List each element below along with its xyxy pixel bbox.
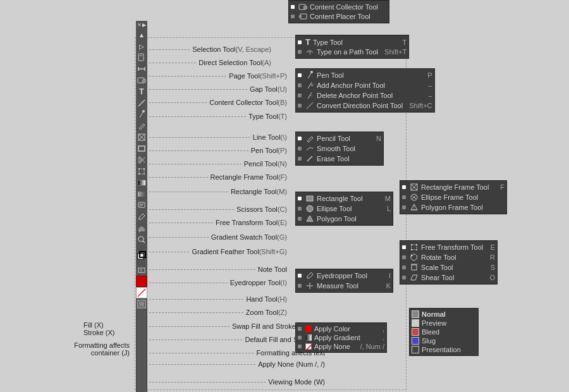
- content-collector-flyout-item2[interactable]: Content Placer Tool: [310, 13, 370, 20]
- apply-none-flyout-item[interactable]: Apply None: [314, 343, 350, 350]
- eyedropper-flyout-item1[interactable]: Eyedropper Tool: [317, 272, 367, 279]
- note-tool-item[interactable]: Note Tool: [148, 263, 287, 276]
- pen-flyout-item1[interactable]: Pen Tool: [317, 71, 344, 79]
- pen-tool-item[interactable]: Pen Tool (P): [148, 144, 287, 157]
- view-normal-item[interactable]: Normal: [422, 310, 446, 318]
- scissors-tool-btn[interactable]: [136, 154, 147, 166]
- hand-tool-btn[interactable]: [136, 223, 147, 234]
- toolbar-expand-icon[interactable]: ▶: [142, 22, 146, 28]
- type-flyout-item2[interactable]: Type on a Path Tool: [317, 48, 378, 56]
- rect-flyout-item3[interactable]: Polygon Tool: [317, 215, 357, 223]
- view-slug-item[interactable]: Slug: [422, 337, 436, 345]
- pen-tool-label: Pen Tool: [251, 147, 278, 154]
- apply-gradient-item[interactable]: Apply Gradient: [314, 334, 360, 341]
- line-tool-item[interactable]: Line Tool (\): [148, 131, 287, 144]
- rect-frame-flyout: Rectangle Frame Tool F Ellipse Frame Too…: [400, 180, 507, 214]
- svg-point-6: [142, 79, 146, 83]
- rectangle-tool-btn[interactable]: [136, 143, 147, 154]
- type-flyout-item1[interactable]: Type Tool: [313, 39, 343, 46]
- hand-tool-item[interactable]: Hand Tool (H): [148, 293, 287, 305]
- viewing-mode-item[interactable]: Viewing Mode (W): [148, 376, 325, 388]
- free-transform-flyout-item3[interactable]: Scale Tool: [421, 264, 453, 271]
- pen-flyout-item3[interactable]: Delete Anchor Point Tool: [317, 92, 393, 99]
- svg-marker-63: [411, 254, 413, 257]
- page-tool-btn[interactable]: [136, 52, 147, 63]
- pen-flyout-item4[interactable]: Convert Direction Point Tool: [317, 102, 403, 109]
- selection-tool-btn[interactable]: ▲: [136, 29, 147, 40]
- free-transform-flyout-item1[interactable]: Free Transform Tool: [421, 243, 483, 251]
- free-transform-flyout-item4[interactable]: Shear Tool: [421, 274, 454, 281]
- formatting-type-btn[interactable]: T: [136, 264, 147, 276]
- type-tool-item[interactable]: Type Tool (T): [148, 110, 287, 123]
- svg-rect-60: [416, 244, 417, 245]
- direct-selection-tool-item[interactable]: Direct Selection Tool (A): [148, 56, 271, 69]
- rect-flyout-item1[interactable]: Rectangle Tool: [317, 195, 363, 202]
- gradient-swatch-tool-btn[interactable]: [136, 177, 147, 188]
- eyedropper-tool-btn[interactable]: [136, 211, 147, 223]
- eyedropper-tool-item[interactable]: Eyedropper Tool (I): [148, 276, 287, 289]
- svg-rect-30: [138, 254, 144, 259]
- apply-none-btn[interactable]: [136, 287, 147, 298]
- toolbar-header[interactable]: ✕ ▶: [136, 21, 147, 28]
- line-tool-btn[interactable]: [136, 97, 147, 109]
- viewing-mode-label: Viewing Mode (W): [268, 378, 325, 386]
- selection-tool-item[interactable]: Selection Tool (V, Escape): [148, 43, 271, 56]
- svg-rect-61: [411, 249, 412, 250]
- eyedropper-flyout: Eyedropper Tool I Measure Tool K: [295, 269, 393, 293]
- apply-color-item[interactable]: Apply Color: [314, 325, 350, 333]
- eyedropper-flyout-item2[interactable]: Measure Tool: [317, 282, 358, 290]
- fill-stroke-btn[interactable]: ↔: [136, 248, 147, 264]
- pencil-flyout-item3[interactable]: Erase Tool: [317, 155, 350, 162]
- zoom-tool-btn[interactable]: [136, 234, 147, 245]
- pen-flyout-item2[interactable]: Add Anchor Point Tool: [317, 82, 385, 89]
- content-collector-flyout-item1[interactable]: Content Collector Tool: [310, 3, 378, 11]
- view-presentation-item[interactable]: Presentation: [422, 346, 461, 353]
- view-preview-item[interactable]: Preview: [422, 319, 446, 327]
- note-tool-btn[interactable]: [136, 200, 147, 211]
- content-collector-tool-item[interactable]: Content Collector Tool (B): [148, 96, 287, 109]
- apply-color-btn[interactable]: [136, 276, 147, 287]
- free-transform-flyout-item2[interactable]: Rotate Tool: [421, 254, 456, 261]
- gradient-swatch-tool-item[interactable]: Gradient Swatch Tool (G): [148, 231, 287, 243]
- apply-none-item[interactable]: Apply None (Num /, /): [148, 358, 325, 371]
- rectangle-tool-item[interactable]: Rectangle Tool (M): [148, 185, 287, 198]
- gradient-feather-tool-btn[interactable]: [136, 188, 147, 200]
- svg-text:-: -: [310, 92, 312, 99]
- rect-frame-flyout-item3[interactable]: Polygon Frame Tool: [421, 204, 483, 211]
- svg-rect-23: [138, 180, 145, 185]
- svg-rect-19: [138, 168, 140, 169]
- gap-tool-btn[interactable]: [136, 63, 147, 75]
- viewing-mode-btn[interactable]: [136, 298, 147, 310]
- pencil-flyout-item1[interactable]: Pencil Tool: [317, 135, 350, 142]
- scissors-tool-item[interactable]: Scissors Tool (C): [148, 203, 287, 216]
- svg-point-41: [299, 15, 302, 18]
- free-transform-tool-btn[interactable]: [136, 166, 147, 177]
- type-flyout: T Type Tool T T Type on a Path Tool Shif…: [295, 35, 409, 59]
- gradient-feather-tool-item[interactable]: Gradient Feather Tool (Shift+G): [148, 245, 287, 258]
- view-bleed-item[interactable]: Bleed: [422, 328, 439, 336]
- svg-rect-58: [412, 245, 417, 250]
- pen-tool-btn[interactable]: [136, 109, 147, 120]
- svg-rect-22: [144, 173, 145, 175]
- page-tool-item[interactable]: Page Tool (Shift+P): [148, 70, 287, 82]
- free-transform-tool-item[interactable]: Free Transform Tool (E): [148, 216, 287, 229]
- pencil-flyout-item2[interactable]: Smooth Tool: [317, 145, 355, 152]
- svg-rect-55: [307, 196, 313, 201]
- rect-flyout-item2[interactable]: Ellipse Tool: [317, 205, 352, 212]
- selection-tool-label: Selection Tool: [192, 46, 235, 53]
- pencil-tool-btn[interactable]: [136, 120, 147, 132]
- pen-flyout: Pen Tool P + Add Anchor Point Tool – - D…: [295, 68, 435, 113]
- rect-frame-flyout-item2[interactable]: Ellipse Frame Tool: [421, 193, 478, 201]
- zoom-tool-item[interactable]: Zoom Tool (Z): [148, 306, 287, 319]
- gradient-feather-tool-label: Gradient Feather Tool: [192, 248, 259, 255]
- pencil-tool-item[interactable]: Pencil Tool (N): [148, 157, 287, 170]
- gap-tool-item[interactable]: Gap Tool (U): [148, 83, 287, 95]
- rect-frame-tool-item[interactable]: Rectangle Frame Tool (F): [148, 171, 287, 183]
- toolbar-collapse-icon[interactable]: ✕: [137, 22, 142, 28]
- rect-frame-tool-btn[interactable]: [136, 132, 147, 143]
- content-collector-tool-btn[interactable]: [136, 75, 147, 86]
- type-tool-btn[interactable]: T: [136, 86, 147, 97]
- rect-frame-flyout-item1[interactable]: Rectangle Frame Tool: [421, 183, 489, 191]
- direct-selection-tool-btn[interactable]: ▷: [136, 40, 147, 52]
- svg-text:↔: ↔: [143, 250, 147, 252]
